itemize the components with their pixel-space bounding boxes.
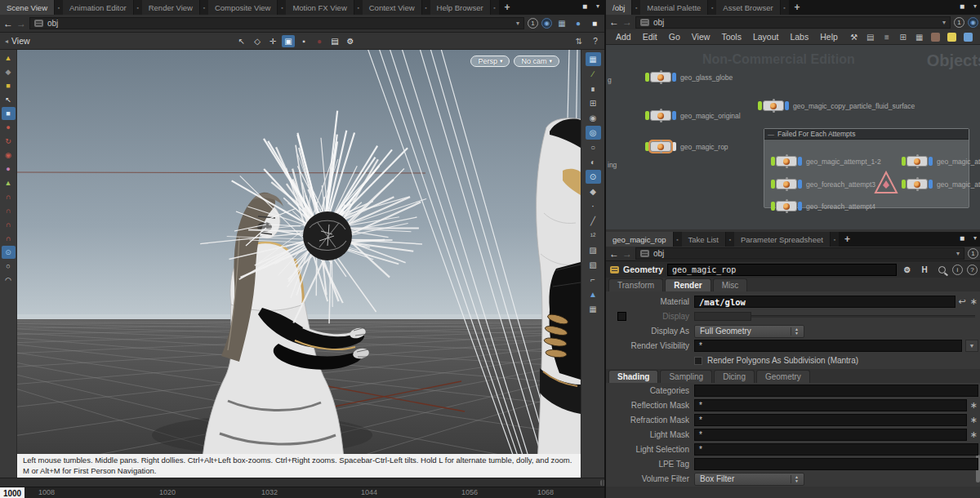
network-new-tab-button[interactable]: + bbox=[789, 0, 806, 15]
node-geo-magic-rop[interactable]: geo_magic_rop bbox=[645, 141, 728, 152]
network-tab-material-palette[interactable]: Material Palette bbox=[640, 0, 708, 15]
path-dropdown-icon[interactable]: ▾ bbox=[956, 250, 960, 257]
node-geo-magic-copy-particle-fluid-surface[interactable]: geo_magic_copy_particle_fluid_surface bbox=[758, 100, 915, 111]
show-normals-icon[interactable]: ∕ bbox=[586, 67, 601, 81]
headlight-icon[interactable]: ◎ bbox=[586, 126, 601, 140]
lighting-icon[interactable]: ◉ bbox=[586, 111, 601, 125]
view-tool-icon[interactable]: ⊙ bbox=[2, 246, 16, 259]
shelf-icon[interactable]: ▤ bbox=[864, 31, 877, 43]
node-render-flag[interactable] bbox=[672, 73, 676, 82]
viewport-help-icon[interactable]: ? bbox=[589, 35, 602, 47]
snapshot-icon[interactable] bbox=[929, 31, 942, 43]
handles-icon[interactable]: ✛ bbox=[266, 35, 279, 47]
scene-tab-scene-view[interactable]: Scene View bbox=[0, 0, 55, 15]
scene-tab-menu-icon[interactable]: ▪ bbox=[134, 0, 142, 15]
boxnode-geo-magic-attempt-1-2[interactable]: geo_magic_attempt_1-2 bbox=[771, 156, 881, 167]
param-tab-take-list[interactable]: Take List bbox=[682, 232, 727, 247]
display-toggle-checkbox[interactable] bbox=[617, 312, 626, 321]
back-icon[interactable]: ← bbox=[609, 17, 619, 27]
node-geo-glass-globe[interactable]: geo_glass_globe bbox=[645, 72, 733, 82]
scene-tab-animation-editor[interactable]: Animation Editor bbox=[63, 0, 134, 15]
boxnode-geo-magic-att7[interactable]: geo_magic_att7 bbox=[902, 156, 980, 167]
node-display-flag[interactable] bbox=[758, 101, 762, 110]
houdini-help-icon[interactable]: H bbox=[918, 264, 931, 276]
node-display-flag[interactable] bbox=[645, 111, 649, 120]
dropdown-display-as[interactable]: Full Geometry▲▼ bbox=[694, 325, 804, 338]
menu-layout[interactable]: Layout bbox=[748, 32, 784, 42]
param-tab-parameter-spreadsheet[interactable]: Parameter Spreadsheet bbox=[734, 232, 831, 247]
select-arrow-icon[interactable]: ↖ bbox=[2, 93, 16, 106]
info-icon[interactable]: i bbox=[952, 265, 963, 275]
revert-icon[interactable]: ↩ bbox=[959, 296, 966, 307]
forward-icon[interactable]: → bbox=[16, 19, 26, 29]
node-render-flag[interactable] bbox=[672, 142, 676, 151]
keyframe-icon[interactable]: ▪ bbox=[297, 35, 310, 47]
scene-new-tab-button[interactable]: + bbox=[499, 0, 516, 15]
shadows-icon[interactable]: ◐ bbox=[586, 155, 601, 169]
wire-over-icon[interactable]: ◆ bbox=[586, 185, 601, 198]
path-field[interactable]: obj ▾ bbox=[635, 16, 951, 29]
menu-edit[interactable]: Edit bbox=[638, 32, 662, 42]
search-icon[interactable] bbox=[935, 264, 948, 276]
boxnode-geo-foreach-attempt4[interactable]: geo_foreach_attempt4 bbox=[771, 201, 875, 211]
wrench-icon[interactable]: ⚒ bbox=[848, 31, 861, 43]
ortho-views-icon[interactable]: ⊞ bbox=[586, 96, 601, 110]
input-refraction-mask[interactable]: * bbox=[694, 414, 967, 426]
menu-add[interactable]: Add bbox=[611, 32, 636, 42]
secure-selection-lock-icon[interactable]: ■ bbox=[2, 107, 16, 120]
input-light-mask[interactable]: * bbox=[694, 429, 967, 441]
sphere-icon[interactable]: ● bbox=[572, 17, 585, 29]
node-body[interactable] bbox=[650, 72, 671, 82]
path-dropdown-icon[interactable]: ▾ bbox=[942, 19, 946, 26]
param-new-tab-button[interactable]: + bbox=[839, 232, 856, 247]
node-name-field[interactable]: geo_magic_rop bbox=[667, 264, 897, 276]
node-display-flag[interactable] bbox=[645, 142, 649, 151]
param-tab-menu-icon[interactable]: ▪ bbox=[831, 232, 839, 247]
scene-tab-menu-icon[interactable]: ▪ bbox=[491, 0, 499, 15]
path-field[interactable]: obj ▾ bbox=[29, 17, 524, 29]
pane-menu-icon[interactable]: ▾ bbox=[591, 0, 604, 12]
node-render-flag[interactable] bbox=[929, 180, 933, 189]
network-tab-menu-icon[interactable]: ▪ bbox=[632, 0, 640, 15]
node-render-flag[interactable] bbox=[798, 180, 802, 189]
lasso-select-icon[interactable]: ◇ bbox=[251, 35, 264, 47]
hand-tool-icon[interactable]: ◠ bbox=[2, 273, 16, 287]
input-light-selection[interactable]: * bbox=[694, 443, 978, 456]
marker-a-icon[interactable]: ▨ bbox=[586, 243, 601, 257]
sort-order-icon[interactable]: ⇅ bbox=[572, 35, 586, 47]
display-slider-handle[interactable] bbox=[694, 312, 751, 321]
path-field[interactable]: obj ▾ bbox=[635, 247, 964, 260]
node-render-flag[interactable] bbox=[785, 101, 789, 110]
subtab-geometry[interactable]: Geometry bbox=[756, 370, 810, 383]
override-icon[interactable]: ∗ bbox=[970, 429, 978, 440]
display-slider[interactable] bbox=[694, 312, 975, 321]
dropdown-arrow-button[interactable]: ▼ bbox=[965, 340, 978, 352]
node-display-flag[interactable] bbox=[771, 202, 775, 211]
node-display-flag[interactable] bbox=[902, 180, 906, 189]
tile-layout-icon[interactable]: ▦ bbox=[913, 31, 926, 43]
flipbook-icon[interactable]: ▤ bbox=[328, 35, 341, 47]
link-number-icon[interactable]: 1 bbox=[528, 18, 538, 29]
main-tab-render[interactable]: Render bbox=[665, 278, 710, 291]
magnet-sculpt-icon[interactable]: ∩ bbox=[2, 204, 16, 217]
param-tab-geo-magic-rop[interactable]: geo_magic_rop bbox=[606, 232, 674, 247]
rotate-tool-icon[interactable]: ↻ bbox=[2, 135, 16, 148]
viewport-settings-icon[interactable]: ⚙ bbox=[344, 35, 357, 47]
subtab-dicing[interactable]: Dicing bbox=[714, 370, 755, 383]
node-body[interactable] bbox=[650, 110, 671, 121]
override-icon[interactable]: ∗ bbox=[970, 296, 978, 307]
point-numbers-icon[interactable]: ¹² bbox=[586, 229, 601, 242]
select-state-icon[interactable]: ▲ bbox=[2, 51, 16, 64]
link-number-icon[interactable]: 1 bbox=[968, 248, 978, 259]
scale-tool-icon[interactable]: ◉ bbox=[2, 149, 16, 162]
network-editor[interactable]: Non-Commercial Edition Objects Failed Fo… bbox=[606, 45, 980, 229]
dropdown-volume-filter[interactable]: Box Filter▲▼ bbox=[694, 473, 804, 486]
path-dropdown-icon[interactable]: ▾ bbox=[516, 20, 519, 27]
scene-tab-context-view[interactable]: Context View bbox=[363, 0, 422, 15]
forward-icon[interactable]: → bbox=[622, 17, 632, 27]
network-tab-asset-browser[interactable]: Asset Browser bbox=[716, 0, 780, 15]
cube-icon[interactable]: ▦ bbox=[555, 17, 568, 29]
boxnode-geo-foreach-attempt3[interactable]: geo_foreach_attempt3 bbox=[771, 179, 875, 189]
pose-tool-icon[interactable]: ● bbox=[2, 162, 16, 176]
param-tab-menu-icon[interactable]: ▪ bbox=[726, 232, 734, 247]
